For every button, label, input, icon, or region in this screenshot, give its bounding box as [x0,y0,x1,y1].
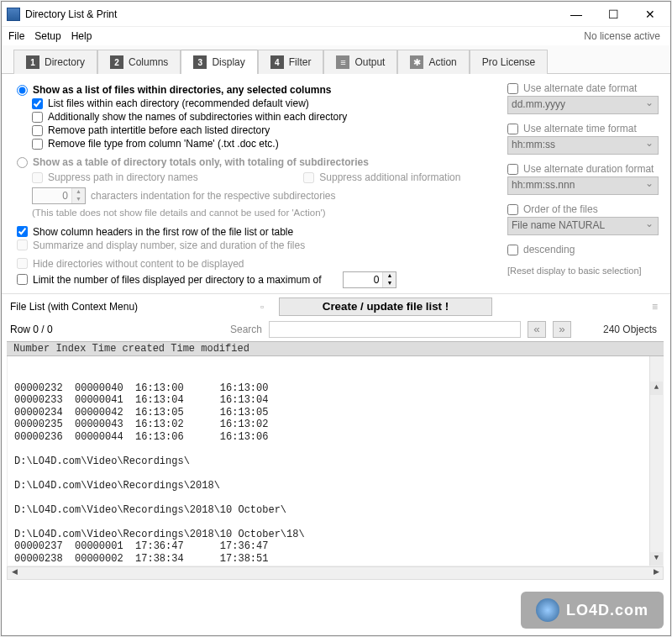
spin-down-icon[interactable]: ▼ [383,280,396,287]
titlebar: Directory List & Print — ☐ ✕ [2,2,670,27]
radio-show-as-list-input[interactable] [17,85,28,96]
watermark: LO4D.com [521,592,664,629]
radio-show-as-totals-input[interactable] [17,157,28,168]
collapse-icon[interactable]: ▫ [260,301,272,313]
check-summarize-input [17,240,28,250]
filelist-toolbar: Row 0 / 0 Search « » 240 Objects [2,319,670,341]
indent-row: ▲▼ characters indentation for the respec… [32,187,497,204]
check-suppress-info-input [303,172,314,183]
select-date-format[interactable]: dd.mm.yyyy [507,96,659,114]
tab-columns[interactable]: 2Columns [97,50,181,74]
tab-display[interactable]: 3Display [181,50,257,74]
radio-show-as-list[interactable]: Show as a list of files within directori… [17,84,497,96]
grid-body[interactable]: 00000232 00000040 16:13:00 16:13:00 0000… [7,356,664,566]
check-limit-files-input[interactable] [17,274,28,285]
check-list-files-input[interactable] [32,98,43,109]
menu-setup[interactable]: Setup [31,29,67,44]
check-alt-duration[interactable]: Use alternate duration format [507,163,659,175]
check-suppress-path-input [32,172,43,183]
select-duration-format[interactable]: hh:mm:ss.nnn [507,176,659,195]
check-descending[interactable]: descending [507,244,659,255]
indent-value [33,190,71,202]
scroll-down-icon[interactable]: ▼ [650,552,663,566]
vertical-scrollbar[interactable]: ▲ ▼ [649,356,663,566]
menu-file[interactable]: File [5,29,31,44]
check-remove-intertitle[interactable]: Remove path intertitle before each liste… [32,124,497,136]
check-hide-empty: Hide directories without content to be d… [17,258,497,270]
tab-pro-license[interactable]: Pro License [470,50,548,74]
check-show-headers-input[interactable] [17,226,28,237]
grid-rows: 00000232 00000040 16:13:00 16:13:00 0000… [14,382,656,566]
menubar: File Setup Help No license active [2,27,670,45]
check-summarize: Summarize and display number, size and d… [17,240,497,251]
grid-header: Number Index Time created Time modified [7,341,664,356]
search-label: Search [230,324,262,335]
license-status: No license active [584,30,667,42]
app-window: Directory List & Print — ☐ ✕ File Setup … [1,1,671,636]
object-count: 240 Objects [603,324,662,335]
check-show-subdirs-input[interactable] [32,112,43,123]
check-alt-date[interactable]: Use alternate date format [507,82,659,94]
filelist-header: File List (with Context Menu) ▫ Create /… [2,293,670,319]
limit-stepper[interactable]: ▲▼ [343,271,396,288]
spin-up-icon[interactable]: ▲ [383,272,396,280]
menu-help[interactable]: Help [68,29,99,44]
globe-icon [536,598,559,622]
check-limit-files[interactable]: Limit the number of files displayed per … [17,271,497,288]
search-prev-button[interactable]: « [528,321,546,338]
radio-show-as-totals[interactable]: Show as a table of directory totals only… [17,156,497,168]
select-order[interactable]: File name NATURAL [507,217,659,235]
filelist-caption: File List (with Context Menu) [10,301,254,313]
maximize-button[interactable]: ☐ [595,3,632,26]
app-icon [7,8,20,21]
tab-output[interactable]: Output [323,50,397,74]
check-alt-time[interactable]: Use alternate time format [507,123,659,134]
check-suppress-path: Suppress path in directory names [32,171,301,183]
scroll-right-icon[interactable]: ▶ [649,567,663,579]
search-next-button[interactable]: » [553,321,571,338]
row-counter: Row 0 / 0 [10,324,223,335]
output-icon [336,55,349,69]
action-icon [410,55,423,69]
close-button[interactable]: ✕ [632,3,669,26]
select-time-format[interactable]: hh:mm:ss [507,136,659,155]
horizontal-scrollbar[interactable]: ◀ ▶ [7,566,664,580]
reset-display-link[interactable]: [Reset display to basic selection] [507,266,659,276]
check-show-subdirs[interactable]: Additionally show the names of subdirect… [32,111,497,123]
indent-stepper: ▲▼ [32,187,86,204]
create-filelist-button[interactable]: Create / update file list ! [279,297,492,316]
check-suppress-info: Suppress additional information [303,171,460,183]
tabstrip: 1Directory 2Columns 3Display 4Filter Out… [2,45,670,74]
check-remove-extension-input[interactable] [32,139,43,150]
check-remove-extension[interactable]: Remove file type from column 'Name' (.tx… [32,138,497,150]
tab-filter[interactable]: 4Filter [258,50,324,74]
check-order[interactable]: Order of the files [507,203,659,215]
search-input[interactable] [269,321,521,338]
check-hide-empty-input [17,258,28,269]
scroll-up-icon[interactable]: ▲ [650,382,663,395]
tab-directory[interactable]: 1Directory [13,50,97,74]
check-remove-intertitle-input[interactable] [32,125,43,136]
check-list-files[interactable]: List files within each directory (recomm… [32,97,497,109]
scroll-left-icon[interactable]: ◀ [8,567,21,579]
display-options: Show as a list of files within directori… [2,74,670,293]
watermark-text: LO4D.com [566,602,648,619]
minimize-button[interactable]: — [558,3,595,26]
limit-value[interactable] [344,274,382,286]
window-title: Directory List & Print [25,8,558,20]
check-show-headers[interactable]: Show column headers in the first row of … [17,226,497,238]
options-icon[interactable]: ≡ [652,301,664,313]
totals-note: (This table does not show file details a… [32,208,497,218]
tab-action[interactable]: Action [397,50,469,74]
